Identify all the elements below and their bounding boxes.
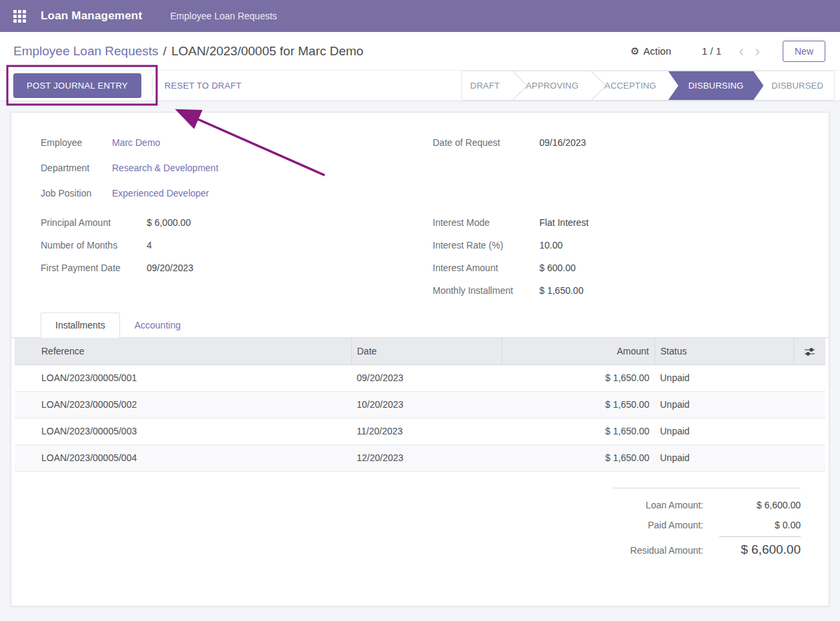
field-interest-mode: Interest Mode Flat Interest xyxy=(433,211,802,234)
cell-amount[interactable]: $ 1,650.00 xyxy=(501,391,655,418)
field-date-of-request: Date of Request 09/16/2023 xyxy=(433,130,802,155)
table-row[interactable]: LOAN/2023/00005/001 09/20/2023 $ 1,650.0… xyxy=(15,364,825,391)
job-position-link[interactable]: Experienced Developer xyxy=(112,188,209,199)
post-journal-entry-button[interactable]: POST JOURNAL ENTRY xyxy=(13,73,141,98)
top-navbar: Loan Management Employee Loan Requests xyxy=(0,0,840,32)
breadcrumb-row: Employee Loan Requests/LOAN/2023/00005 f… xyxy=(0,32,840,71)
amount-summary: Loan Amount: $ 6,600.00 Paid Amount: $ 0… xyxy=(613,488,801,562)
control-row: POST JOURNAL ENTRY RESET TO DRAFT DRAFT … xyxy=(0,71,840,101)
summary-label: Paid Amount: xyxy=(613,520,719,530)
field-label: Job Position xyxy=(41,188,112,199)
interest-rate-value[interactable]: 10.00 xyxy=(539,240,563,251)
new-button[interactable]: New xyxy=(783,41,825,62)
field-label: Date of Request xyxy=(433,137,539,148)
stage-approving[interactable]: APPROVING xyxy=(518,71,587,100)
paid-amount-value: $ 0.00 xyxy=(719,520,801,530)
loan-amount-value: $ 6,600.00 xyxy=(719,500,801,510)
summary-loan-amount: Loan Amount: $ 6,600.00 xyxy=(613,495,801,515)
apps-grid-icon[interactable] xyxy=(13,10,26,23)
cell-date[interactable]: 11/20/2023 xyxy=(351,418,501,444)
pager-next-icon[interactable]: › xyxy=(755,43,760,59)
number-of-months-value[interactable]: 4 xyxy=(147,240,152,251)
principal-amount-value[interactable]: $ 6,000.00 xyxy=(147,217,191,228)
cell-date[interactable]: 09/20/2023 xyxy=(351,364,501,391)
first-payment-date-value[interactable]: 09/20/2023 xyxy=(147,263,193,273)
field-label: Interest Amount xyxy=(433,263,539,273)
cell-status[interactable]: Unpaid xyxy=(655,364,793,391)
stage-accepting[interactable]: ACCEPTING xyxy=(597,71,665,100)
cell-reference[interactable]: LOAN/2023/00005/003 xyxy=(15,418,351,444)
column-header-date[interactable]: Date xyxy=(351,338,501,364)
date-of-request-value[interactable]: 09/16/2023 xyxy=(539,137,586,148)
cell-amount[interactable]: $ 1,650.00 xyxy=(501,364,655,391)
header-actions: ⚙ Action 1 / 1 ‹ › New xyxy=(631,41,825,62)
nav-menu-employee-loan-requests[interactable]: Employee Loan Requests xyxy=(170,11,277,21)
pager-previous-icon[interactable]: ‹ xyxy=(739,43,744,59)
reset-to-draft-button[interactable]: RESET TO DRAFT xyxy=(162,74,244,97)
field-label: Employee xyxy=(41,137,112,148)
summary-label: Residual Amount: xyxy=(613,545,719,556)
tab-accounting[interactable]: Accounting xyxy=(120,312,195,338)
installments-table: Reference Date Amount Status xyxy=(15,338,825,472)
table-row[interactable]: LOAN/2023/00005/004 12/20/2023 $ 1,650.0… xyxy=(15,444,825,471)
form-sheet: Employee Marc Demo Department Research &… xyxy=(11,112,829,606)
monthly-installment-value[interactable]: $ 1,650.00 xyxy=(539,285,583,296)
field-label: First Payment Date xyxy=(41,263,147,273)
field-employee: Employee Marc Demo xyxy=(41,130,433,155)
record-pager: 1 / 1 xyxy=(702,45,721,57)
app-name[interactable]: Loan Management xyxy=(41,9,142,23)
cell-date[interactable]: 10/20/2023 xyxy=(351,391,501,418)
field-group-bottom: Principal Amount $ 6,000.00 Number of Mo… xyxy=(11,211,829,302)
summary-label: Loan Amount: xyxy=(613,500,719,510)
stage-disbursing-active[interactable]: DISBURSING xyxy=(668,71,763,100)
breadcrumb-parent-link[interactable]: Employee Loan Requests xyxy=(13,44,159,58)
cell-amount[interactable]: $ 1,650.00 xyxy=(501,418,655,444)
breadcrumb-current: LOAN/2023/00005 for Marc Demo xyxy=(171,44,363,58)
cell-date[interactable]: 12/20/2023 xyxy=(351,444,501,471)
column-header-amount[interactable]: Amount xyxy=(501,338,655,364)
cell-status[interactable]: Unpaid xyxy=(655,418,793,444)
summary-residual-amount: Residual Amount: $ 6,600.00 xyxy=(613,535,801,562)
column-header-reference[interactable]: Reference xyxy=(15,338,351,364)
field-interest-amount: Interest Amount $ 600.00 xyxy=(433,257,802,279)
cell-reference[interactable]: LOAN/2023/00005/004 xyxy=(15,444,351,471)
field-first-payment-date: First Payment Date 09/20/2023 xyxy=(41,257,433,279)
breadcrumb: Employee Loan Requests/LOAN/2023/00005 f… xyxy=(13,44,363,59)
field-label: Department xyxy=(41,163,112,173)
field-number-of-months: Number of Months 4 xyxy=(41,234,433,257)
employee-link[interactable]: Marc Demo xyxy=(112,137,160,148)
table-row[interactable]: LOAN/2023/00005/002 10/20/2023 $ 1,650.0… xyxy=(15,391,825,418)
table-row[interactable]: LOAN/2023/00005/003 11/20/2023 $ 1,650.0… xyxy=(15,418,825,444)
gear-icon: ⚙ xyxy=(631,45,639,57)
column-header-status[interactable]: Status xyxy=(655,338,793,364)
field-label: Number of Months xyxy=(41,240,147,251)
stage-disbursed[interactable]: DISBURSED xyxy=(763,71,834,100)
field-principal-amount: Principal Amount $ 6,000.00 xyxy=(41,211,433,234)
optional-columns-button[interactable] xyxy=(793,338,825,364)
summary-paid-amount: Paid Amount: $ 0.00 xyxy=(613,515,801,535)
cell-status[interactable]: Unpaid xyxy=(655,391,793,418)
interest-mode-value[interactable]: Flat Interest xyxy=(539,217,589,228)
cell-amount[interactable]: $ 1,650.00 xyxy=(501,444,655,471)
field-group-top: Employee Marc Demo Department Research &… xyxy=(11,130,829,206)
field-interest-rate: Interest Rate (%) 10.00 xyxy=(433,234,802,257)
department-link[interactable]: Research & Development xyxy=(112,163,219,173)
residual-amount-value: $ 6,600.00 xyxy=(719,536,801,557)
interest-amount-value[interactable]: $ 600.00 xyxy=(539,263,576,273)
action-menu-button[interactable]: ⚙ Action xyxy=(631,45,671,57)
sliders-icon xyxy=(804,347,815,356)
tab-installments[interactable]: Installments xyxy=(41,312,120,338)
status-pipeline: DRAFT APPROVING ACCEPTING DISBURSING DIS… xyxy=(461,71,835,101)
main-content: Employee Marc Demo Department Research &… xyxy=(0,101,840,621)
field-monthly-installment: Monthly Installment $ 1,650.00 xyxy=(433,279,802,302)
field-label: Interest Mode xyxy=(433,217,539,228)
cell-reference[interactable]: LOAN/2023/00005/001 xyxy=(15,364,351,391)
table-header-row: Reference Date Amount Status xyxy=(15,338,825,364)
field-department: Department Research & Development xyxy=(41,155,433,181)
field-label: Monthly Installment xyxy=(433,285,539,296)
button-divider xyxy=(152,77,153,95)
record-buttons: POST JOURNAL ENTRY RESET TO DRAFT xyxy=(0,71,244,101)
cell-status[interactable]: Unpaid xyxy=(655,444,793,471)
field-label: Principal Amount xyxy=(41,217,147,228)
cell-reference[interactable]: LOAN/2023/00005/002 xyxy=(15,391,351,418)
